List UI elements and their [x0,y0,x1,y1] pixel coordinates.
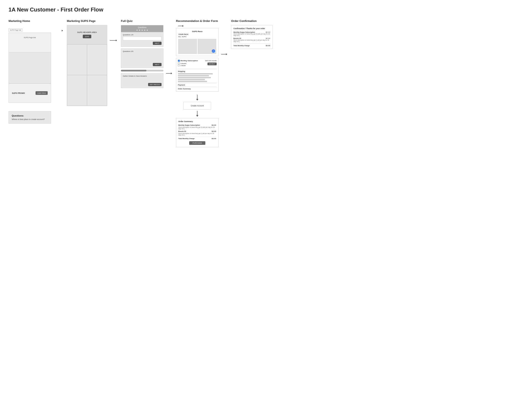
sups-cell-2 [87,44,107,75]
os-item-2-desc: Short description of what they get (1 pi… [178,133,216,136]
shipping-line-2 [178,75,209,76]
all-sups-label: ALL SUPS [178,36,216,38]
reco-order-title: Recommendation & Order Form [176,19,219,22]
arrow-home-to-sups [54,19,64,31]
order-confirm-title: Order Confirmation [231,19,273,22]
add-buy-button[interactable]: ADD/BUY [207,63,217,65]
quiz-question-1-box: Questions Questions 1/5 NEXT [121,25,163,47]
reco-top-arrow [178,25,219,27]
oc-item-2-price: $X.XX [266,37,270,39]
shipping-section: Shipping [178,69,217,82]
shipping-line-5 [178,81,207,82]
monthly-sub-checkbox[interactable] [178,60,180,62]
sups-grid [67,44,107,106]
reco-order-section: Recommendation & Order Form SUPS Reco YO… [176,19,219,147]
oc-item-2-desc: Short description of what they get (1 pi… [233,39,270,42]
sups-header-text: SUPS HEADER AREA [77,31,97,33]
create-account-box: Create Account [184,102,211,109]
sups-reco-box: SUPS Reco YOUR PACK ALL SUPS ✓ [176,28,219,56]
os-item-1-name: Monthly Supps Subscription [178,124,212,126]
subscription-row: Monthly Subscription $XX.00 /month [178,60,217,62]
os-item-1-price: $X.XX [212,124,216,126]
os-item-1-row: Monthly Supps Subscription $X.XX [178,124,216,126]
sups-cell-1 [67,44,87,75]
full-quiz-title: Full Quiz [121,19,163,22]
order-confirm-box: Confirmation / Thanks for your order Mon… [231,25,273,49]
subscription-label: Monthly Subscription [178,60,198,62]
dot-5 [146,29,148,31]
reco-images: ✓ [178,39,216,54]
marketing-home-top: SUPS Page link [9,33,51,52]
marketing-home-section: Marketing Home SUPS Page link SUPS Page … [8,19,51,123]
get-recco-button[interactable]: GET RECCO [148,83,162,86]
arrow-quiz-to-reco [166,19,173,74]
down-arrow-to-order-summary [176,111,219,117]
checkbox-3months[interactable] [178,63,180,64]
flow-container: Marketing Home SUPS Page link SUPS Page … [8,19,524,147]
sups-header-area: SUPS HEADER AREA QUIZ [67,25,107,44]
mh-middle [9,52,51,83]
marketing-sups-title: Marketing SUPS Page [67,19,107,22]
quiz-progress-fill [121,70,146,72]
reco-check-icon: ✓ [212,49,215,53]
order-summary-inline-title: Order Summary [178,87,217,90]
os-item-2-price: $X.XX [212,130,216,132]
os-total-row: Total Monthly Charge $X.XX [178,137,216,139]
full-quiz-section: Full Quiz Questions Questions 1/5 NEXT [121,19,163,88]
quiz-button[interactable]: QUIZ [83,35,91,38]
checkbox-1month[interactable] [178,65,180,66]
oc-item-1: Monthly Supps Subscription $X.XX Short d… [233,31,270,36]
dot-3 [141,29,143,31]
payment-title: Payment [178,83,217,86]
your-pack-label: YOUR PACK [178,33,216,35]
oc-item-1-price: $X.XX [266,31,270,33]
questions-box: Questions: Where is best place to create… [8,111,51,123]
option-3months: 3 Months [178,63,186,64]
sups-cell-3 [67,75,87,106]
question-1-input[interactable] [123,36,162,40]
shipping-title: Shipping [178,70,217,72]
quiz-question-2-box: Questions 2/5 NEXT [121,49,163,68]
oc-total-row: Total Monthly Charge $X.XX [233,44,270,47]
option-1month: 1 Month [178,65,186,66]
mh-link-label: SUPS Page link [24,36,36,38]
oc-item-2-name: Boosts 03 [233,37,241,39]
questions-text: Where is best place to create account? [12,118,48,120]
gather-text: Gather Details to Save Answers [123,75,162,77]
reco-image-2: ✓ [198,39,216,54]
next-1-button[interactable]: NEXT [153,42,162,45]
order-form-box: Monthly Subscription $XX.00 /month 3 Mon… [176,58,219,92]
oc-item-1-name: Monthly Supps Subscription [233,31,255,33]
dot-4 [144,29,146,31]
os-item-2-name: Boosts 03 [178,130,212,132]
arrow-reco-to-confirm [221,19,229,55]
sups-page-link-label: SUPS Page link [8,29,22,32]
os-item-1-desc: Short description of what they get (6 pi… [178,127,216,130]
quiz-title: Questions [138,26,147,29]
oc-item-1-desc: Short description of what they get (6 pi… [233,33,270,36]
quiz-dots [136,29,148,31]
shipping-line-4 [178,79,205,80]
arrow-sups-to-quiz [110,19,118,41]
oc-title: Confirmation / Thanks for your order [233,28,270,29]
sups-link-row: SUPS Page link [8,29,51,32]
shipping-lines [178,73,217,82]
oc-total-price: $X.XX [266,45,270,47]
os-item-2-row: Boosts 03 $X.XX [178,130,216,132]
learn-more-button[interactable]: Learn More [36,91,48,95]
marketing-sups-box: SUPS HEADER AREA QUIZ [67,25,107,106]
reco-title: SUPS Reco [178,30,216,33]
sups-cell-4 [87,75,107,106]
oc-item-2-row: Boosts 03 $X.XX [233,37,270,39]
next-2-button[interactable]: NEXT [153,63,162,66]
quiz-progress-bar [121,70,163,72]
order-confirm-section: Order Confirmation Confirmation / Thanks… [231,19,273,49]
question-1-label: Questions 1/5 [123,34,162,36]
marketing-home-box: SUPS Page link SUPS PROMO Learn More [8,33,51,103]
create-account-text: Create Account [191,105,204,107]
marketing-sups-section: Marketing SUPS Page SUPS HEADER AREA QUI… [67,19,107,106]
down-arrow-to-create-account [176,95,219,101]
purchase-button[interactable]: PURCHASE [189,141,205,145]
dot-2 [139,29,140,31]
question-2-label: Questions 2/5 [123,51,162,52]
